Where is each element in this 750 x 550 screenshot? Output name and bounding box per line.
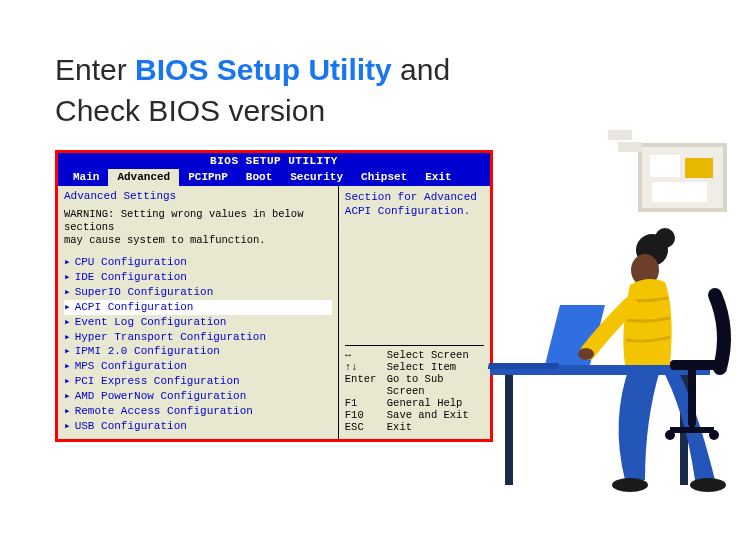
svg-point-18: [665, 430, 675, 440]
svg-rect-3: [652, 182, 707, 202]
key-legend: ↔Select Screen ↑↓Select Item EnterGo to …: [345, 345, 484, 433]
chevron-right-icon: ▸: [64, 345, 71, 357]
menu-item-ide[interactable]: ▸IDE Configuration: [64, 270, 332, 285]
menu-item-hypertransport[interactable]: ▸Hyper Transport Configuration: [64, 330, 332, 345]
tab-chipset[interactable]: Chipset: [352, 169, 416, 186]
menu-item-cpu[interactable]: ▸CPU Configuration: [64, 255, 332, 270]
svg-point-14: [612, 478, 648, 492]
bios-window: BIOS SETUP UTILITY Main Advanced PCIPnP …: [55, 150, 493, 442]
bios-body: Advanced Settings WARNING: Setting wrong…: [58, 186, 490, 439]
key-row: ↑↓Select Item: [345, 361, 484, 373]
tab-boot[interactable]: Boot: [237, 169, 281, 186]
key-row: F10Save and Exit: [345, 409, 484, 421]
svg-point-15: [690, 478, 726, 492]
title-line2: Check BIOS version: [55, 94, 325, 127]
chevron-right-icon: ▸: [64, 360, 71, 372]
warning: WARNING: Setting wrong values in below s…: [64, 208, 332, 247]
svg-point-10: [636, 234, 668, 266]
key-row: ↔Select Screen: [345, 349, 484, 361]
svg-rect-6: [490, 365, 710, 375]
menu-item-powernow[interactable]: ▸AMD PowerNow Configuration: [64, 389, 332, 404]
svg-point-11: [655, 228, 675, 248]
menu-item-ipmi[interactable]: ▸IPMI 2.0 Configuration: [64, 344, 332, 359]
tab-main[interactable]: Main: [64, 169, 108, 186]
svg-point-12: [631, 254, 659, 286]
menu-item-acpi[interactable]: ▸ACPI Configuration: [64, 300, 332, 315]
svg-rect-16: [670, 360, 720, 370]
menu-item-remoteaccess[interactable]: ▸Remote Access Configuration: [64, 404, 332, 419]
title-prefix: Enter: [55, 53, 135, 86]
section-title: Advanced Settings: [64, 190, 332, 202]
chevron-right-icon: ▸: [64, 256, 71, 268]
menu-item-mps[interactable]: ▸MPS Configuration: [64, 359, 332, 374]
warning-label: WARNING:: [64, 208, 114, 220]
svg-rect-0: [640, 145, 725, 210]
svg-point-13: [578, 348, 594, 360]
svg-rect-7: [505, 375, 513, 485]
chevron-right-icon: ▸: [64, 286, 71, 298]
chevron-right-icon: ▸: [64, 301, 71, 313]
chevron-right-icon: ▸: [64, 420, 71, 432]
tab-exit[interactable]: Exit: [416, 169, 460, 186]
tab-pcipnp[interactable]: PCIPnP: [179, 169, 237, 186]
svg-rect-17: [688, 370, 696, 425]
key-row: EnterGo to Sub Screen: [345, 373, 484, 397]
menu-item-superio[interactable]: ▸SuperIO Configuration: [64, 285, 332, 300]
chevron-right-icon: ▸: [64, 271, 71, 283]
bios-right-panel: Section for Advanced ACPI Configuration.…: [339, 186, 490, 439]
svg-rect-1: [650, 155, 680, 177]
title-suffix: and: [392, 53, 450, 86]
tab-advanced[interactable]: Advanced: [108, 169, 179, 186]
chevron-right-icon: ▸: [64, 331, 71, 343]
person-at-desk-illustration: [470, 130, 750, 530]
menu-item-usb[interactable]: ▸USB Configuration: [64, 419, 332, 434]
menu-list: ▸CPU Configuration ▸IDE Configuration ▸S…: [64, 255, 332, 433]
chevron-right-icon: ▸: [64, 375, 71, 387]
chevron-right-icon: ▸: [64, 405, 71, 417]
key-row: F1General Help: [345, 397, 484, 409]
svg-rect-2: [685, 158, 713, 178]
svg-rect-4: [608, 130, 632, 140]
help-text: Section for Advanced ACPI Configuration.: [345, 190, 484, 219]
svg-rect-9: [488, 363, 559, 369]
chevron-right-icon: ▸: [64, 316, 71, 328]
menu-item-pciexpress[interactable]: ▸PCI Express Configuration: [64, 374, 332, 389]
page-title: Enter BIOS Setup Utility and Check BIOS …: [55, 50, 450, 131]
svg-rect-8: [680, 375, 688, 485]
bios-left-panel: Advanced Settings WARNING: Setting wrong…: [58, 186, 339, 439]
key-row: ESCExit: [345, 421, 484, 433]
tab-security[interactable]: Security: [281, 169, 352, 186]
svg-point-19: [709, 430, 719, 440]
bios-header: BIOS SETUP UTILITY: [58, 153, 490, 169]
menu-item-eventlog[interactable]: ▸Event Log Configuration: [64, 315, 332, 330]
chevron-right-icon: ▸: [64, 390, 71, 402]
title-highlight: BIOS Setup Utility: [135, 53, 392, 86]
bios-tab-bar: Main Advanced PCIPnP Boot Security Chips…: [58, 169, 490, 186]
svg-rect-5: [618, 142, 642, 152]
